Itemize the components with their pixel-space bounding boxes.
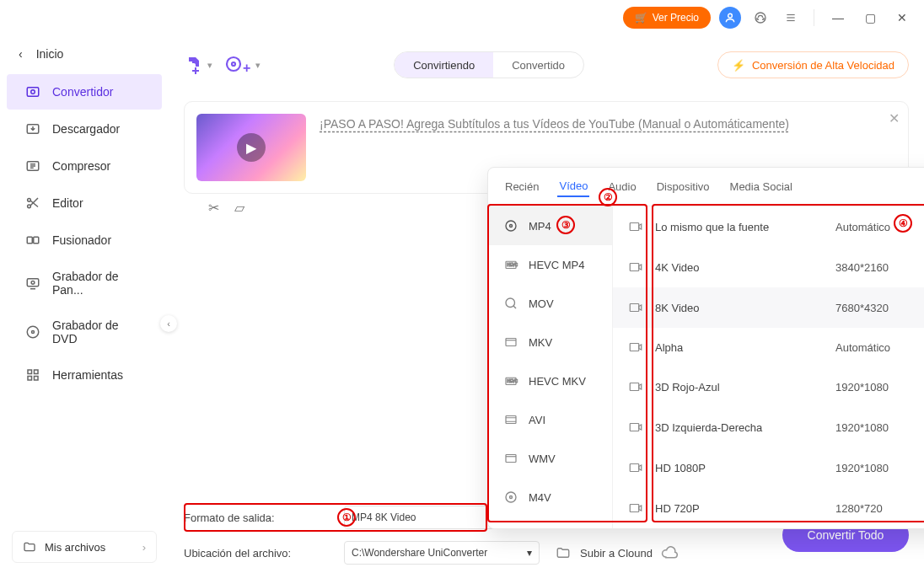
format-avi[interactable]: AVI [488, 400, 612, 439]
resolution-row[interactable]: AlphaAutomático [613, 328, 924, 367]
format-mp4[interactable]: MP4 [488, 206, 612, 245]
sidebar-item-convertidor[interactable]: Convertidor [7, 74, 162, 110]
file-location-select[interactable]: C:\Wondershare UniConverter▾ [344, 541, 540, 565]
sidebar-item-herramientas[interactable]: Herramientas [7, 357, 162, 393]
home-link[interactable]: ‹ Inicio [0, 35, 169, 72]
titlebar: 🛒 Ver Precio — ▢ ✕ [0, 0, 924, 35]
sidebar-item-descargador[interactable]: Descargador [7, 111, 162, 147]
close-window-button[interactable]: ✕ [890, 6, 914, 29]
format-label: M4V [529, 491, 551, 504]
tab-converting[interactable]: Convirtiendo [395, 52, 493, 78]
svg-rect-40 [630, 223, 639, 231]
tools-icon [25, 367, 40, 383]
svg-point-24 [232, 62, 235, 66]
toolbar: ▾ +▾ Convirtiendo Convertido ⚡ Conversió… [184, 35, 909, 94]
folder-icon [23, 540, 36, 554]
resolution-dim: 1920*1080 [835, 421, 924, 434]
sidebar-item-grabador-dvd[interactable]: Grabador de DVD [7, 308, 162, 356]
tab-device[interactable]: Dispositivo [655, 177, 712, 196]
chevron-left-icon: ‹ [19, 47, 23, 61]
cloud-icon[interactable] [661, 544, 678, 561]
high-speed-button[interactable]: ⚡ Conversión de Alta Velocidad [717, 51, 909, 78]
sidebar-item-label: Grabador de Pan... [52, 270, 143, 297]
svg-rect-44 [630, 304, 639, 312]
resolution-dim: 3840*2160 [835, 261, 924, 274]
merge-icon [25, 233, 40, 248]
tab-audio[interactable]: Audio [606, 177, 637, 196]
open-folder-button[interactable] [546, 545, 580, 560]
menu-button[interactable] [780, 7, 802, 29]
svg-rect-46 [630, 344, 639, 351]
resolution-name: 8K Video [655, 302, 824, 314]
svg-point-27 [506, 221, 516, 231]
resolution-row[interactable]: 4K Video3840*2160▦ [613, 247, 924, 287]
format-hevc-mp4[interactable]: HEVCHEVC MP4 [488, 245, 612, 284]
sidebar-item-grabador-pan[interactable]: Grabador de Pan... [7, 260, 162, 307]
add-file-button[interactable]: ▾ [184, 55, 212, 75]
sidebar-item-label: Descargador [52, 122, 120, 136]
format-hevc-mkv[interactable]: HEVCHEVC MKV [488, 361, 612, 400]
svg-rect-36 [506, 416, 516, 424]
resolution-dim: Automático [835, 221, 924, 233]
svg-marker-43 [639, 265, 642, 270]
format-m4v[interactable]: M4V [488, 478, 612, 517]
svg-point-16 [32, 331, 35, 334]
format-mkv[interactable]: MKV [488, 323, 612, 361]
tab-social[interactable]: Media Social [728, 177, 794, 196]
user-avatar-button[interactable] [719, 7, 741, 29]
tab-video[interactable]: Vídeo [557, 176, 589, 197]
status-segmented: Convirtiendo Convertido [394, 51, 584, 78]
format-list: MP4 HEVCHEVC MP4 MOV MKV HEVCHEVC MKV AV… [488, 206, 613, 528]
svg-point-28 [510, 225, 513, 228]
format-label: HEVC MKV [529, 375, 586, 388]
resolution-row[interactable]: HD 720P1280*720▦ [613, 488, 924, 528]
svg-point-23 [227, 57, 240, 71]
remove-file-button[interactable]: ✕ [889, 110, 900, 126]
svg-marker-55 [639, 506, 642, 511]
file-title: ¡PASO A PASO! Agrega Subtítulos a tus Ví… [320, 117, 896, 131]
support-button[interactable] [749, 7, 771, 29]
resolution-row[interactable]: HD 1080P1920*1080▦ [613, 447, 924, 488]
add-dvd-button[interactable]: +▾ [224, 54, 261, 76]
sidebar-item-label: Convertidor [52, 85, 113, 99]
tab-converted[interactable]: Convertido [493, 52, 583, 78]
resolution-dim: 7680*4320 [835, 302, 924, 314]
output-format-value: MP4 8K Video [352, 511, 416, 523]
svg-marker-41 [639, 224, 642, 229]
format-label: MKV [529, 336, 552, 349]
format-label: MOV [529, 297, 554, 310]
svg-rect-13 [27, 279, 39, 286]
tab-recent[interactable]: Recién [503, 177, 540, 196]
resolution-row[interactable]: 3D Rojo-Azul1920*1080▦ [613, 367, 924, 407]
resolution-row[interactable]: 8K Video7680*4320▦ [613, 287, 924, 328]
format-wmv[interactable]: WMV [488, 439, 612, 478]
sidebar-item-fusionador[interactable]: Fusionador [7, 222, 162, 258]
download-icon [25, 121, 40, 137]
sidebar-item-editor[interactable]: Editor [7, 185, 162, 221]
output-format-label: Formato de salida: [184, 511, 344, 524]
price-button[interactable]: 🛒 Ver Precio [623, 7, 711, 29]
sidebar-item-compresor[interactable]: Compresor [7, 148, 162, 184]
sidebar: ‹ Inicio Convertidor Descargador Compres… [0, 35, 169, 573]
video-thumbnail[interactable]: ▶ [196, 114, 306, 181]
resolution-dim: 1920*1080 [835, 462, 924, 474]
resolution-dim: 1280*720 [835, 502, 924, 515]
svg-rect-52 [630, 464, 639, 472]
chevron-right-icon: › [142, 541, 146, 554]
crop-button[interactable]: ▱ [234, 200, 244, 216]
resolution-dim: Automático [835, 341, 924, 354]
trim-button[interactable]: ✂ [208, 200, 219, 216]
resolution-dim: 1920*1080 [835, 381, 924, 394]
resolution-row[interactable]: 3D Izquierda-Derecha1920*1080▦ [613, 407, 924, 447]
chevron-down-icon: ▾ [527, 547, 532, 559]
my-files-button[interactable]: Mis archivos › [12, 531, 157, 563]
convert-icon [25, 84, 40, 99]
sidebar-nav: Convertidor Descargador Compresor Editor… [0, 74, 169, 393]
maximize-button[interactable]: ▢ [858, 6, 882, 29]
resolution-row[interactable]: Lo mismo que la fuenteAutomático🚀▦ [613, 206, 924, 247]
format-mov[interactable]: MOV [488, 284, 612, 323]
svg-marker-49 [639, 384, 642, 389]
svg-point-6 [31, 90, 35, 94]
minimize-button[interactable]: — [826, 6, 850, 29]
price-label: Ver Precio [653, 12, 699, 24]
